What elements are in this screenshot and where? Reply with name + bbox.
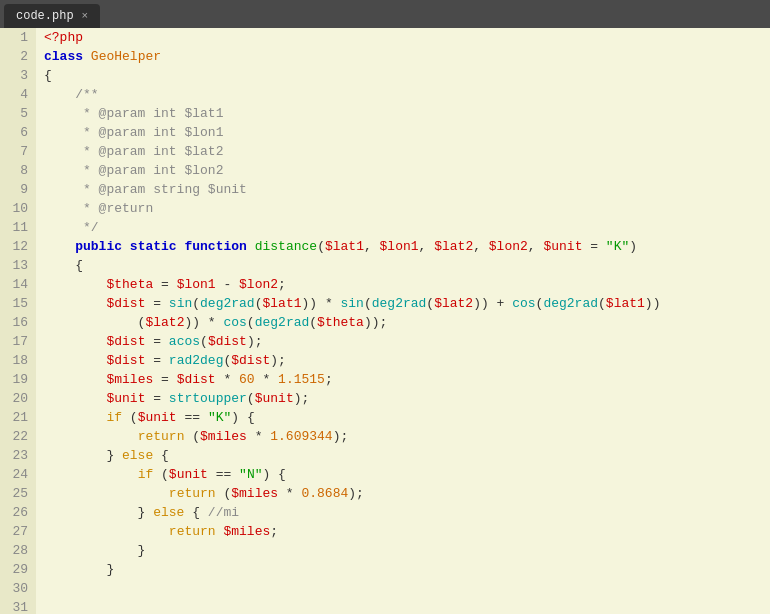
line-number: 24 [8, 465, 28, 484]
line-number: 15 [8, 294, 28, 313]
line-number: 23 [8, 446, 28, 465]
code-line: ($lat2)) * cos(deg2rad($theta)); [44, 313, 762, 332]
token-php-func: sin [341, 296, 364, 311]
token-var: $unit [169, 467, 208, 482]
line-number: 6 [8, 123, 28, 142]
tab-close-button[interactable]: × [82, 10, 89, 22]
code-line: } else { [44, 446, 762, 465]
line-number: 4 [8, 85, 28, 104]
token-kw-class: class [44, 49, 83, 64]
token-var: $lon1 [380, 239, 419, 254]
code-line: $dist = sin(deg2rad($lat1)) * sin(deg2ra… [44, 294, 762, 313]
code-line: $dist = rad2deg($dist); [44, 351, 762, 370]
token-string: "K" [606, 239, 629, 254]
file-tab[interactable]: code.php × [4, 4, 100, 28]
token-var: $unit [138, 410, 177, 425]
code-line: <?php [44, 28, 762, 47]
line-number: 25 [8, 484, 28, 503]
token-var: $unit [106, 391, 145, 406]
token-php-func: cos [512, 296, 535, 311]
token-var: $lat1 [606, 296, 645, 311]
token-php-func: cos [223, 315, 246, 330]
token-comment: /** [44, 87, 99, 102]
token-var: $theta [106, 277, 153, 292]
line-number: 14 [8, 275, 28, 294]
line-numbers: 1234567891011121314151617181920212223242… [0, 28, 36, 614]
token-var: $theta [317, 315, 364, 330]
token-brace: { [44, 68, 52, 83]
token-var: $dist [177, 372, 216, 387]
line-number: 30 [8, 579, 28, 598]
code-line: public static function distance($lat1, $… [44, 237, 762, 256]
token-var: $dist [208, 334, 247, 349]
code-line: $dist = acos($dist); [44, 332, 762, 351]
token-php-func: acos [169, 334, 200, 349]
token-comment: * @param int $lon2 [44, 163, 223, 178]
token-comment: * @return [44, 201, 153, 216]
token-var: $unit [543, 239, 582, 254]
line-number: 13 [8, 256, 28, 275]
token-php-func: deg2rad [255, 315, 310, 330]
line-number: 2 [8, 47, 28, 66]
line-number: 3 [8, 66, 28, 85]
token-kw-tag: <?php [44, 30, 83, 45]
token-var: $miles [106, 372, 153, 387]
token-kw-else: else [122, 448, 153, 463]
code-area[interactable]: <?phpclass GeoHelper{ /** * @param int $… [36, 28, 770, 614]
token-comment: * @param string $unit [44, 182, 247, 197]
token-num: 60 [239, 372, 255, 387]
code-line: * @param int $lon1 [44, 123, 762, 142]
token-var: $lat2 [145, 315, 184, 330]
token-var: $dist [231, 353, 270, 368]
code-line: * @param int $lon2 [44, 161, 762, 180]
code-line: { [44, 256, 762, 275]
code-line: { [44, 66, 762, 85]
line-number: 29 [8, 560, 28, 579]
line-number: 18 [8, 351, 28, 370]
code-line: if ($unit == "K") { [44, 408, 762, 427]
token-php-func: rad2deg [169, 353, 224, 368]
token-var: $dist [106, 296, 145, 311]
token-num: 0.8684 [301, 486, 348, 501]
token-fn-name: distance [255, 239, 317, 254]
editor: 1234567891011121314151617181920212223242… [0, 28, 770, 614]
code-line: return ($miles * 0.8684); [44, 484, 762, 503]
token-kw-function: function [184, 239, 246, 254]
code-line: if ($unit == "N") { [44, 465, 762, 484]
token-kw-public: public [75, 239, 122, 254]
code-line: $theta = $lon1 - $lon2; [44, 275, 762, 294]
token-kw-if: if [138, 467, 154, 482]
token-class-name: GeoHelper [91, 49, 161, 64]
token-php-func: deg2rad [200, 296, 255, 311]
line-number: 31 [8, 598, 28, 614]
token-comment: */ [44, 220, 99, 235]
token-var: $lat2 [434, 296, 473, 311]
token-var: $lat2 [434, 239, 473, 254]
token-php-func: sin [169, 296, 192, 311]
token-kw-static: static [130, 239, 177, 254]
token-kw-else: else [153, 505, 184, 520]
token-php-func: strtoupper [169, 391, 247, 406]
token-var: $miles [200, 429, 247, 444]
token-kw-if: if [106, 410, 122, 425]
token-var: $lat1 [325, 239, 364, 254]
token-comment: //mi [208, 505, 239, 520]
code-line: * @return [44, 199, 762, 218]
line-number: 11 [8, 218, 28, 237]
token-php-func: deg2rad [372, 296, 427, 311]
code-line: } else { //mi [44, 503, 762, 522]
line-number: 20 [8, 389, 28, 408]
token-kw-return: return [138, 429, 185, 444]
token-num: 1.609344 [270, 429, 332, 444]
code-line: * @param int $lat1 [44, 104, 762, 123]
code-line: */ [44, 218, 762, 237]
line-number: 17 [8, 332, 28, 351]
line-number: 1 [8, 28, 28, 47]
code-line: return ($miles * 1.609344); [44, 427, 762, 446]
token-var: $lon2 [239, 277, 278, 292]
code-line: * @param int $lat2 [44, 142, 762, 161]
token-comment: * @param int $lon1 [44, 125, 223, 140]
token-var: $miles [231, 486, 278, 501]
token-kw-return: return [169, 486, 216, 501]
token-comment: * @param int $lat2 [44, 144, 223, 159]
